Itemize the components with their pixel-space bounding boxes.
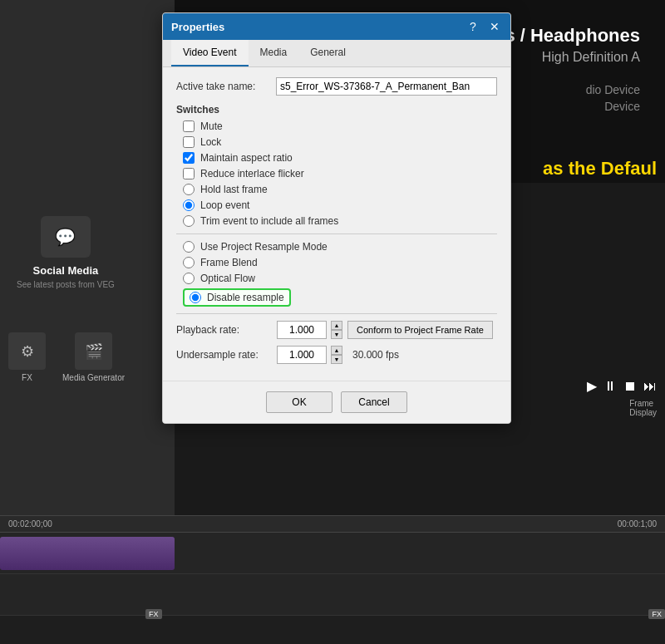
fx-label: FX [22, 373, 32, 382]
fx-badge: FX [145, 609, 162, 619]
switch-reduce-flicker: Reduce interlace flicker [176, 168, 497, 179]
disable-resample-radio[interactable] [190, 292, 201, 303]
tab-video-event[interactable]: Video Event [171, 40, 249, 66]
timeline-track-1 [0, 533, 665, 574]
yellow-text: as the Defaul [543, 158, 657, 179]
stop-button[interactable]: ⏹ [623, 379, 637, 394]
social-media-block: 💬 Social Media See latest posts from VEG [17, 216, 115, 289]
switches-label: Switches [176, 104, 497, 116]
project-resample-label: Use Project Resample Mode [200, 241, 328, 253]
media-generator-icon[interactable]: 🎬 [75, 332, 112, 370]
timeline-ruler: 00:02:00;00 00:00:1;00 [0, 516, 665, 533]
social-subtitle: See latest posts from VEG [17, 280, 115, 289]
undersample-rate-input[interactable] [277, 346, 327, 364]
disable-resample-highlighted: Disable resample [183, 288, 291, 307]
dialog-tabs: Video Event Media General [163, 40, 510, 67]
media-generator-item: 🎬 Media Generator [62, 332, 125, 382]
titlebar-icons: ? ✕ [466, 19, 502, 34]
lock-label: Lock [200, 136, 221, 148]
device-label-2: Device [604, 100, 640, 113]
switch-lock: Lock [176, 136, 497, 148]
close-icon[interactable]: ✕ [487, 19, 502, 34]
ok-button[interactable]: OK [266, 391, 332, 413]
resample-project-mode: Use Project Resample Mode [176, 241, 497, 253]
timeline-clip-inner [0, 537, 175, 570]
fps-label: 30.000 fps [352, 349, 399, 361]
left-panel: 💬 Social Media See latest posts from VEG… [0, 0, 175, 515]
bottom-icons-row: ⚙ FX 🎬 Media Generator [0, 332, 175, 382]
play-button[interactable]: ▶ [587, 378, 597, 394]
lock-checkbox[interactable] [183, 136, 195, 148]
resample-optical-flow: Optical Flow [176, 273, 497, 284]
switch-loop-event: Loop event [176, 199, 497, 211]
divider-2 [176, 313, 497, 314]
switch-mute: Mute [176, 120, 497, 132]
loop-event-label: Loop event [200, 199, 249, 211]
dialog-titlebar: Properties ? ✕ [163, 13, 510, 40]
dialog-title: Properties [171, 21, 224, 33]
tab-general[interactable]: General [298, 40, 357, 66]
playback-rate-row: Playback rate: ▲ ▼ Conform to Project Fr… [176, 321, 497, 339]
dialog-footer: OK Cancel [163, 381, 510, 423]
video-controls: ▶ ⏸ ⏹ ⏭ [587, 378, 657, 394]
dialog-body: Active take name: Switches Mute Lock Mai… [163, 67, 510, 381]
switch-trim-event: Trim event to include all frames [176, 215, 497, 227]
fx-icon[interactable]: ⚙ [8, 332, 46, 370]
hold-last-label: Hold last frame [200, 184, 268, 195]
cancel-button[interactable]: Cancel [341, 391, 407, 413]
undersample-rate-label: Undersample rate: [176, 349, 272, 361]
loop-event-radio[interactable] [183, 199, 195, 211]
conform-button[interactable]: Conform to Project Frame Rate [347, 321, 493, 339]
undersample-rate-row: Undersample rate: ▲ ▼ 30.000 fps [176, 346, 497, 364]
tab-media[interactable]: Media [249, 40, 299, 66]
properties-dialog: Properties ? ✕ Video Event Media General… [162, 12, 511, 424]
resample-frame-blend: Frame Blend [176, 257, 497, 268]
mute-label: Mute [200, 120, 223, 132]
switch-hold-last: Hold last frame [176, 184, 497, 195]
playback-rate-input[interactable] [277, 321, 327, 339]
trim-event-radio[interactable] [183, 215, 195, 227]
media-subtitle: High Definition A [542, 50, 640, 65]
maintain-aspect-label: Maintain aspect ratio [200, 152, 293, 164]
trim-event-label: Trim event to include all frames [200, 215, 338, 227]
playback-rate-label: Playback rate: [176, 324, 272, 336]
frame-display-label: Frame Display [629, 399, 657, 417]
frame-blend-radio[interactable] [183, 257, 195, 268]
active-take-row: Active take name: [176, 77, 497, 96]
fx-icon-item: ⚙ FX [8, 332, 46, 382]
undersample-rate-down[interactable]: ▼ [331, 355, 342, 364]
media-generator-label: Media Generator [62, 373, 125, 382]
project-resample-radio[interactable] [183, 241, 195, 253]
frame-blend-label: Frame Blend [200, 257, 258, 268]
mute-checkbox[interactable] [183, 120, 195, 132]
playback-rate-up[interactable]: ▲ [331, 321, 342, 330]
timeline-time2: 00:00:1;00 [618, 519, 657, 528]
help-icon[interactable]: ? [466, 19, 480, 34]
active-take-input[interactable] [276, 77, 497, 96]
optical-flow-radio[interactable] [183, 273, 195, 284]
divider-1 [176, 234, 497, 234]
playback-rate-spinners: ▲ ▼ [331, 321, 342, 339]
reduce-flicker-label: Reduce interlace flicker [200, 168, 304, 179]
timeline-clip-1[interactable] [0, 537, 175, 570]
reduce-flicker-checkbox[interactable] [183, 168, 195, 179]
device-label-1: dio Device [586, 83, 640, 96]
pause-button[interactable]: ⏸ [603, 379, 617, 394]
media-title: s / Headphones [505, 25, 640, 47]
next-button[interactable]: ⏭ [643, 379, 657, 394]
maintain-aspect-checkbox[interactable] [183, 152, 195, 164]
optical-flow-label: Optical Flow [200, 273, 255, 284]
undersample-rate-up[interactable]: ▲ [331, 346, 342, 355]
playback-rate-down[interactable]: ▼ [331, 330, 342, 339]
active-take-label: Active take name: [176, 81, 276, 92]
timeline: 00:02:00;00 00:00:1;00 FX FX [0, 515, 665, 644]
undersample-rate-spinners: ▲ ▼ [331, 346, 342, 364]
resample-group: Use Project Resample Mode Frame Blend Op… [176, 241, 497, 307]
disable-resample-label: Disable resample [207, 292, 284, 303]
fx-badge2: FX [648, 609, 665, 619]
timeline-track-2 [0, 574, 665, 616]
hold-last-radio[interactable] [183, 184, 195, 195]
social-title: Social Media [17, 264, 115, 277]
timeline-time1: 00:02:00;00 [8, 519, 52, 528]
social-media-icon: 💬 [41, 216, 91, 258]
